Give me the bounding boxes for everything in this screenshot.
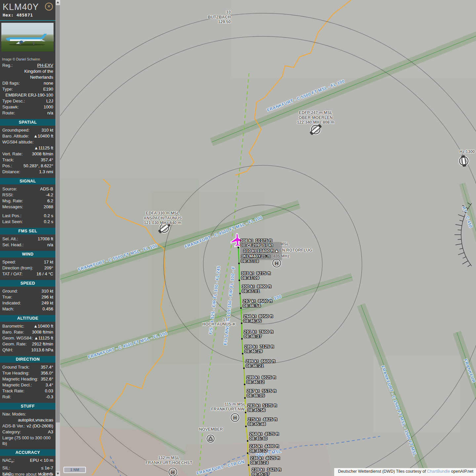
detail-value: 357.4° [41, 364, 53, 370]
detail-value: autopilot,vnav,tcas [2, 417, 53, 423]
trail-altitude: 7600 ft [259, 329, 273, 334]
sidebar-scrollbar[interactable] [56, 0, 60, 476]
map-canvas[interactable]: H H H 33BUTZBACH129.50EDFP 247 m MSLOBER… [0, 0, 476, 476]
detail-label: Distance: [2, 169, 20, 175]
close-icon: × [48, 3, 51, 9]
info-row: Vert. Rate:3008 ft/min [0, 151, 56, 157]
detail-value: 310 kt [42, 288, 53, 294]
close-button[interactable]: × [45, 3, 53, 11]
photo-plane-graphic [4, 33, 51, 46]
trail-speed: 289 kt [246, 359, 258, 364]
info-row: Category:A3 [0, 429, 56, 435]
detail-label: Barometric: [2, 323, 24, 329]
detail-label: Magnetic Heading: [2, 376, 38, 382]
map-label-line: 115 m MSL [211, 402, 246, 407]
chartbundle-link[interactable]: ChartBundle [427, 469, 450, 474]
trail-history-label: 297 kt8500 ft08:46:54 [243, 299, 272, 308]
info-row: Last Seen:0.2 s [0, 219, 56, 225]
trail-point [244, 397, 246, 399]
trail-speed-alt: 238 kt4025 ft [251, 456, 280, 460]
hex-code: Hex: 485871 [3, 13, 53, 18]
mode-s-link[interactable]: Learn more about Mode S [0, 472, 56, 476]
info-row: Track:357.4° [0, 157, 56, 163]
info-row: NACP:EPU < 10 m [0, 457, 56, 465]
trail-altitude: 4025 ft [266, 456, 280, 460]
trail-point [244, 384, 246, 385]
trail-history-label: 289 kt6025 ft08:46:12 [247, 375, 276, 384]
detail-value: 209° [44, 265, 53, 271]
detail-label: Sel. Alt.: [2, 236, 18, 242]
map-label-line: 17 [223, 317, 227, 322]
info-row: Track Rate:0.03 [0, 388, 56, 394]
registration-link[interactable]: PH-EXV [37, 62, 53, 68]
trail-altitude: 4825 ft [263, 417, 277, 422]
detail-label: Large (75 000 to 300 000 lb) [2, 435, 51, 446]
trail-point [247, 440, 249, 442]
trail-point [238, 247, 239, 249]
trail-altitude: 6025 ft [262, 375, 276, 380]
detail-label: Mach: [2, 306, 14, 312]
detail-label: True Heading: [2, 370, 29, 376]
detail-label: Type Desc.: [2, 98, 25, 104]
info-row: Large (75 000 to 300 000 lb) [0, 435, 56, 446]
info-row: Kingdom of the Netherlands [0, 68, 56, 80]
tooltip-callsign: KLM40Y [243, 254, 261, 258]
detail-value: 0.2 s [44, 213, 53, 219]
speed-alt-readout: 310 kt 10400 ft [243, 248, 274, 253]
november-label: NOVEMBER [199, 427, 223, 432]
detail-value: v2 (DO-260B) [27, 423, 53, 429]
scroll-down-button[interactable] [56, 471, 60, 476]
info-row: Geom. WGS84:▲11125 ft [0, 335, 56, 341]
aircraft-photo[interactable] [1, 23, 54, 56]
detail-label: Track Rate: [2, 388, 24, 394]
trail-speed-alt: 297 kt8500 ft [243, 299, 272, 303]
climb-indicator-icon: ▲ [274, 248, 279, 253]
trail-speed: 289 kt [245, 344, 257, 349]
hochtaunus-label: 17 [223, 317, 227, 322]
info-row: RSSI:-4.2 [0, 192, 56, 198]
info-row: True Heading:356.0° [0, 370, 56, 376]
trail-timestamp: 08:47:01 [242, 289, 271, 294]
trail-speed-alt: 275 kt4825 ft [248, 417, 277, 422]
detail-label: Sel. Head.: [2, 242, 23, 248]
detail-value: ▲10400 ft [33, 323, 53, 329]
detail-label: Baro. Rate: [2, 329, 24, 335]
section-header-accuracy: ACCURACY [0, 449, 56, 456]
trail-speed-alt: 289 kt7125 ft [245, 344, 274, 349]
trail-history-label: 291 kt7600 ft08:46:37 [244, 330, 273, 338]
map-label-line: Hz 1300 [459, 149, 475, 154]
scroll-up-button[interactable] [56, 0, 60, 5]
info-row: autopilot,vnav,tcas [0, 417, 56, 423]
detail-value: n/a [47, 110, 53, 116]
trail-point [242, 353, 244, 355]
scrollbar-thumb[interactable] [56, 5, 60, 422]
detail-value: n/a [47, 242, 53, 248]
detail-label: Direction (from): [2, 265, 33, 271]
detail-label: Last Seen: [2, 219, 23, 225]
map-scale-bar: 1 NM [63, 467, 86, 473]
detail-label: Reg.: [2, 62, 13, 68]
map-label-line: FRANKFURT NW- [211, 407, 246, 412]
map-label-line: NOVEMBER [199, 427, 223, 432]
trail-point [247, 453, 249, 454]
map-label-line: 121.030 MHz 640 m [143, 220, 182, 225]
trail-speed: 264 kt [250, 431, 262, 436]
info-row: Direction (from):209° [0, 265, 56, 271]
info-row: Mach:0.456 [0, 306, 56, 312]
detail-label: Type: [2, 86, 13, 92]
info-row: QNH:1013.6 hPa [0, 347, 56, 353]
info-row: Baro. Altitude:▲10400 ft [0, 133, 56, 139]
trail-speed-alt: 289 kt6600 ft [246, 359, 275, 364]
detail-label: Indicated: [2, 300, 21, 306]
trail-speed-alt: 245 kt4400 ft [250, 444, 279, 449]
map-label-line: OBER-MOERLEN [297, 115, 334, 120]
detail-label: NACP: [2, 457, 15, 465]
detail-value: 357.4° [41, 157, 53, 163]
anspach-taunus-label: EDFA 330 m MSLANSPACH/TAUNUS121.030 MHz … [143, 211, 182, 225]
detail-value: 3.4° [46, 382, 53, 388]
frankfurt-nw-label: 115 m MSLFRANKFURT NW- [211, 402, 246, 412]
selected-aircraft-label: ➤209° 17 kt 310 kt 10400 ft▲ KLM40Y✈ [240, 242, 282, 260]
trail-speed-alt: 287 kt5575 ft [247, 389, 276, 393]
info-row: Source:ADS-B [0, 186, 56, 192]
detail-value: L2J [46, 98, 53, 104]
